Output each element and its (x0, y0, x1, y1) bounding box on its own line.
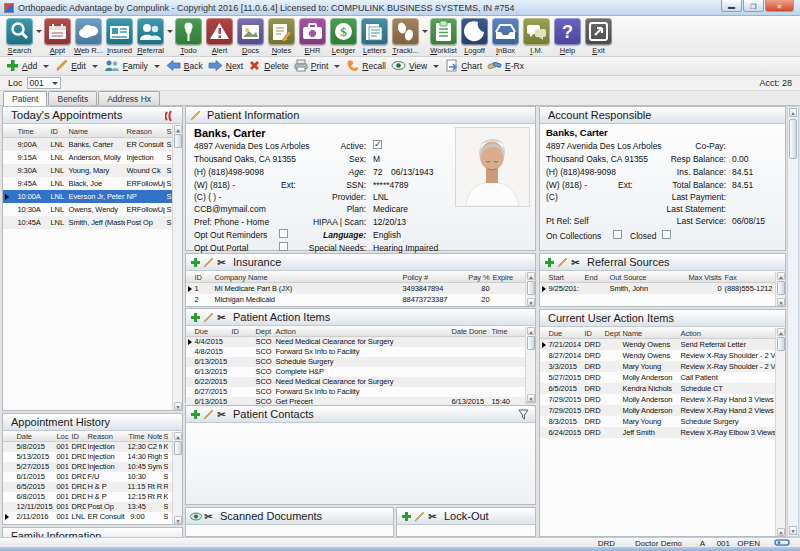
toolbar-edit[interactable]: Edit (55, 59, 86, 74)
toolbar-ledger[interactable]: $Ledger (328, 18, 359, 55)
table-row[interactable]: 9/25/201:Smith, John0(888)555-1212 (540, 283, 775, 294)
patient-actions-scrollbar[interactable]: ▲▼ (525, 327, 535, 402)
chevron-down-icon[interactable] (154, 65, 160, 68)
delete-icon[interactable]: ✂ (570, 257, 581, 268)
column-header[interactable]: Reason (86, 432, 126, 441)
chevron-down-icon[interactable] (421, 18, 428, 45)
table-row[interactable]: 5/27/2015DRDMolly AndersonCall Patient (540, 372, 775, 383)
column-header[interactable]: Time (490, 327, 514, 336)
toolbar-ehr[interactable]: EHR (297, 18, 328, 55)
column-header[interactable]: ID (70, 432, 86, 441)
table-row[interactable]: 6/27/2015SCOForward Sx Info to Facility (186, 387, 525, 397)
toolbar-chart[interactable]: Chart (445, 59, 482, 74)
column-header[interactable]: Reason (125, 125, 165, 137)
table-row[interactable]: 6/13/2015SCOComplete H&P (186, 367, 525, 377)
toolbar-print[interactable]: Print (294, 59, 328, 74)
insurance-scrollbar[interactable]: ▲▼ (525, 272, 535, 306)
column-header[interactable]: Due (193, 327, 230, 336)
toolbar-view[interactable]: View (391, 59, 427, 74)
table-row[interactable]: 2Michigan Medicaid8847372338720 (186, 294, 525, 305)
chevron-down-icon[interactable] (334, 65, 340, 68)
column-header[interactable]: Expire (491, 272, 519, 282)
table-row[interactable]: 10:45ALNLSmith, Jeff (MastePost OpS (3, 216, 172, 229)
delete-icon[interactable]: ✂ (216, 312, 227, 323)
column-header[interactable]: Start (547, 272, 583, 282)
column-header[interactable]: Loc (55, 432, 70, 441)
column-header[interactable]: Pay % (465, 272, 491, 282)
toolbar-inbox[interactable]: InBox (490, 18, 521, 55)
table-row[interactable]: 8/27/2014DRDWendy OwensReview X-Ray Shou… (540, 350, 775, 361)
toolbar-add[interactable]: Add (6, 59, 37, 74)
column-header[interactable]: Out Source (608, 272, 683, 282)
toolbar-erx[interactable]: E-Rx (487, 59, 524, 74)
edit-icon[interactable] (203, 409, 214, 420)
column-header[interactable]: Name (621, 328, 679, 338)
edit-icon[interactable] (203, 257, 214, 268)
edit-icon[interactable] (557, 257, 568, 268)
column-header[interactable]: Date Done (450, 327, 490, 336)
current-user-scrollbar[interactable]: ▲▼ (775, 328, 785, 536)
table-row[interactable]: 9:45ALNLBlack, JoeERFollowUpS (3, 177, 172, 190)
delete-icon[interactable]: ✂ (216, 257, 227, 268)
edit-icon[interactable] (414, 511, 425, 522)
column-header[interactable]: S (165, 125, 172, 137)
toolbar-alert[interactable]: Alert (204, 18, 235, 55)
toolbar-delete[interactable]: Delete (248, 59, 289, 74)
add-icon[interactable] (544, 257, 555, 268)
toolbar-help[interactable]: ?Help (552, 18, 583, 55)
column-header[interactable]: Action (679, 328, 775, 338)
appointments-scrollbar[interactable]: ▲▼ (172, 125, 182, 410)
toolbar-notes[interactable]: Notes (266, 18, 297, 55)
column-header[interactable]: Policy # (401, 272, 465, 282)
column-header[interactable]: Name (67, 125, 125, 137)
loc-select[interactable]: 001 (27, 77, 61, 89)
edit-icon[interactable] (190, 110, 201, 121)
table-row[interactable]: 7/21/2014DRDWendy OwensSend Referral Let… (540, 339, 775, 350)
delete-icon[interactable]: ✂ (427, 511, 438, 522)
table-row[interactable]: 6/22/2015SCONeed Medical Clearance for S… (186, 377, 525, 387)
toolbar-exit[interactable]: Exit (583, 18, 614, 55)
column-header[interactable]: Max Visits (683, 272, 723, 282)
maximize-button[interactable]: ❐ (743, 0, 764, 12)
column-header[interactable]: Time (16, 125, 49, 137)
column-header[interactable]: Dept (603, 328, 621, 338)
column-header[interactable]: End (583, 272, 608, 282)
table-row[interactable]: 7/29/2015DRDMolly AndersonReview X-Ray H… (540, 394, 775, 405)
toolbar-back[interactable]: Back (166, 59, 203, 74)
table-row[interactable]: 7/29/2015DRDMolly AndersonReview X-Ray H… (540, 405, 775, 416)
minimize-button[interactable]: ▬ (721, 0, 742, 12)
column-header[interactable]: Note (146, 432, 162, 441)
appointment-alert-icon[interactable] (165, 110, 176, 121)
toolbar-next[interactable]: Next (208, 59, 243, 74)
column-header[interactable]: Fax (723, 272, 775, 282)
add-icon[interactable] (190, 312, 201, 323)
toolbar-logoff[interactable]: Logoff (459, 18, 490, 55)
referral-scrollbar[interactable]: ▲▼ (775, 272, 785, 306)
column-header[interactable]: Time (126, 432, 146, 441)
column-header[interactable]: S (162, 432, 168, 441)
view-icon[interactable] (190, 511, 201, 522)
add-icon[interactable] (401, 511, 412, 522)
column-header[interactable]: Action (274, 327, 450, 336)
table-row[interactable]: 6/5/2015001DRDH & P11:15Rt RCR (3, 482, 172, 492)
table-row[interactable]: 5/27/2015001DRDInjection10:45SynvisS (3, 462, 172, 472)
column-header[interactable]: ID (583, 328, 603, 338)
history-scrollbar[interactable]: ▲▼ (172, 432, 182, 524)
toolbar-insured[interactable]: Insured (104, 18, 135, 55)
closed-checkbox[interactable] (662, 230, 671, 240)
toolbar-appt[interactable]: Appt (42, 18, 73, 55)
toolbar-letters[interactable]: Letters (359, 18, 390, 55)
chevron-down-icon[interactable] (35, 18, 42, 45)
table-row[interactable]: 4/4/2015SCONeed Medical Clearance for Su… (186, 337, 525, 347)
table-row[interactable]: 6/8/2015001DRDH & P12:15Rt RCK (3, 492, 172, 502)
tab-patient[interactable]: Patient (3, 91, 47, 106)
column-header[interactable]: Company Name (213, 272, 401, 282)
table-row[interactable]: 8/3/2015DRDMary YoungSchedule Surgery (540, 416, 775, 427)
table-row[interactable]: 6/13/2015SCOSchedule Surgery (186, 357, 525, 367)
column-header[interactable]: Due (547, 328, 583, 338)
table-row[interactable]: 6/5/2015DRDKendra NicholsSchedule CT (540, 383, 775, 394)
table-row[interactable]: 9:30ALNLYoung, MaryWound CkS (3, 164, 172, 177)
tab-benefits[interactable]: Benefits (48, 91, 97, 105)
toolbar-referral[interactable]: Referral (135, 18, 166, 55)
add-icon[interactable] (190, 409, 201, 420)
